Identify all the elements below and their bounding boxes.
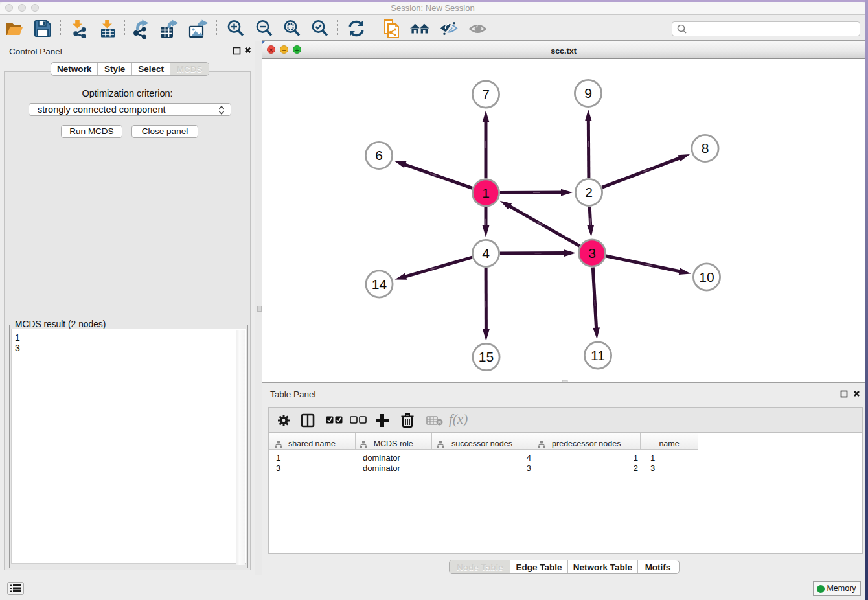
svg-text:9: 9	[584, 86, 592, 100]
svg-text:2: 2	[585, 185, 593, 200]
svg-text:4: 4	[482, 246, 490, 260]
svg-text:10: 10	[699, 270, 714, 284]
svg-text:15: 15	[479, 349, 494, 364]
svg-text:14: 14	[372, 277, 387, 292]
svg-text:7: 7	[482, 87, 490, 102]
svg-text:1: 1	[482, 185, 490, 200]
svg-text:6: 6	[375, 148, 383, 163]
svg-text:3: 3	[588, 246, 596, 260]
svg-text:8: 8	[702, 141, 709, 156]
svg-text:11: 11	[591, 348, 605, 363]
